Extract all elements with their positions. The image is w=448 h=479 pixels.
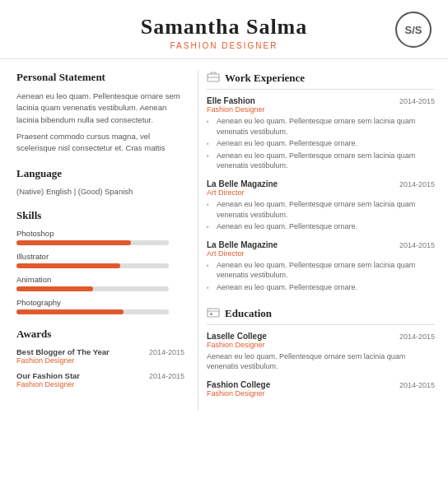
skill-illustrator: Illustrator (16, 252, 184, 268)
work-bullet-0-1: Aenean eu leo quam. Pellentesque ornare. (207, 138, 435, 149)
work-bullet-0-0: Aenean eu leo quam. Pellentesque ornare … (207, 116, 435, 137)
award-item-0: Best Blogger of The Year 2014-2015 Fashi… (16, 347, 184, 365)
edu-item-1: Fashion College 2014-2015 Fashion Design… (207, 380, 435, 398)
awards-title: Awards (16, 328, 184, 341)
skill-bar-bg-photoshop (16, 240, 169, 245)
award-row-1: Our Fashion Star 2014-2015 (16, 371, 184, 380)
skills-title: Skills (16, 209, 184, 222)
svg-rect-4 (210, 313, 212, 315)
personal-text-1: Aenean eu leo quam. Pellentesque ornare … (16, 91, 184, 126)
work-role-1: Art Director (207, 188, 435, 197)
edu-header-0: Laselle College 2014-2015 (207, 332, 435, 341)
edu-header-1: Fashion College 2014-2015 (207, 380, 435, 389)
work-bullets-1: Aenean eu leo quam. Pellentesque ornare … (207, 199, 435, 232)
skill-label-photography: Photography (16, 298, 184, 307)
education-section: Education Laselle College 2014-2015 Fash… (207, 306, 435, 398)
skill-bar-fill-illustrator (16, 263, 120, 268)
work-role-2: Art Director (207, 249, 435, 258)
right-column: Work Experience Elle Fashion 2014-2015 F… (198, 71, 448, 411)
personal-statement-title: Personal Statement (16, 71, 184, 84)
work-experience-section: Work Experience Elle Fashion 2014-2015 F… (207, 71, 435, 293)
candidate-title: FASHION DESIGNER (16, 41, 432, 50)
work-company-0: Elle Fashion (207, 96, 255, 105)
candidate-name: Samantha Salma (16, 15, 432, 40)
work-experience-title: Work Experience (225, 72, 305, 85)
award-item-1: Our Fashion Star 2014-2015 Fashion Desig… (16, 371, 184, 388)
header: Samantha Salma FASHION DESIGNER S/S (0, 0, 448, 59)
edu-years-1: 2014-2015 (399, 381, 435, 389)
language-title: Language (16, 167, 184, 180)
award-name-1: Our Fashion Star (16, 371, 80, 380)
award-year-1: 2014-2015 (149, 372, 184, 380)
language-section: Language (Native) English | (Good) Spani… (16, 167, 184, 196)
education-title-row: Education (207, 306, 435, 325)
work-years-1: 2014-2015 (399, 180, 435, 188)
skill-animation: Animation (16, 275, 184, 291)
work-bullet-2-0: Aenean eu leo quam. Pellentesque ornare … (207, 260, 435, 281)
work-years-2: 2014-2015 (399, 241, 435, 249)
work-role-0: Fashion Designer (207, 105, 435, 114)
awards-section: Awards Best Blogger of The Year 2014-201… (16, 328, 184, 388)
work-company-1: La Belle Magazine (207, 179, 278, 188)
body: Personal Statement Aenean eu leo quam. P… (0, 71, 448, 419)
edu-text-0: Aenean eu leo quam. Pellentesque ornare … (207, 351, 435, 372)
skill-bar-bg-animation (16, 286, 169, 291)
skill-photoshop: Photoshop (16, 229, 184, 245)
personal-statement-section: Personal Statement Aenean eu leo quam. P… (16, 71, 184, 154)
skill-bar-bg-photography (16, 309, 169, 314)
edu-item-0: Laselle College 2014-2015 Fashion Design… (207, 332, 435, 372)
edu-school-0: Laselle College (207, 332, 267, 341)
work-item-2: La Belle Magazine 2014-2015 Art Director… (207, 240, 435, 293)
edu-degree-1: Fashion Designer (207, 389, 435, 398)
skill-label-illustrator: Illustrator (16, 252, 184, 261)
avatar: S/S (395, 12, 432, 48)
edu-years-0: 2014-2015 (399, 333, 435, 341)
skill-bar-fill-photography (16, 309, 124, 314)
skill-label-photoshop: Photoshop (16, 229, 184, 238)
work-bullets-0: Aenean eu leo quam. Pellentesque ornare … (207, 116, 435, 171)
personal-text-2: Praesent commodo cursus magna, vel scele… (16, 131, 184, 155)
award-row-0: Best Blogger of The Year 2014-2015 (16, 347, 184, 356)
work-bullet-2-1: Aenean eu leo quam. Pellentesque ornare. (207, 282, 435, 293)
work-bullet-0-2: Aenean eu leo quam. Pellentesque ornare … (207, 151, 435, 171)
skill-bar-fill-animation (16, 286, 93, 291)
award-name-0: Best Blogger of The Year (16, 347, 110, 356)
work-title-row: Work Experience (207, 71, 435, 90)
work-company-2: La Belle Magazine (207, 240, 278, 249)
language-text: (Native) English | (Good) Spanish (16, 187, 184, 196)
work-item-1: La Belle Magazine 2014-2015 Art Director… (207, 179, 435, 232)
edu-degree-0: Fashion Designer (207, 341, 435, 349)
edu-school-1: Fashion College (207, 380, 270, 389)
work-bullet-1-0: Aenean eu leo quam. Pellentesque ornare … (207, 199, 435, 220)
award-year-0: 2014-2015 (149, 348, 184, 356)
work-item-0: Elle Fashion 2014-2015 Fashion Designer … (207, 96, 435, 171)
skill-label-animation: Animation (16, 275, 184, 284)
svg-rect-2 (208, 309, 219, 317)
work-bullets-2: Aenean eu leo quam. Pellentesque ornare … (207, 260, 435, 293)
work-years-0: 2014-2015 (399, 97, 435, 105)
award-sub-1: Fashion Designer (16, 380, 184, 388)
skill-bar-bg-illustrator (16, 263, 169, 268)
education-icon (207, 306, 222, 321)
skills-section: Skills Photoshop Illustrator Animation (16, 209, 184, 314)
work-header-2: La Belle Magazine 2014-2015 (207, 240, 435, 249)
work-bullet-1-1: Aenean eu leo quam. Pellentesque ornare. (207, 221, 435, 232)
left-column: Personal Statement Aenean eu leo quam. P… (0, 71, 198, 411)
skill-photography: Photography (16, 298, 184, 314)
work-header-1: La Belle Magazine 2014-2015 (207, 179, 435, 188)
skill-bar-fill-photoshop (16, 240, 131, 245)
award-sub-0: Fashion Designer (16, 356, 184, 365)
resume-page: Samantha Salma FASHION DESIGNER S/S Pers… (0, 0, 448, 419)
briefcase-icon (207, 71, 222, 86)
work-header-0: Elle Fashion 2014-2015 (207, 96, 435, 105)
education-title: Education (225, 307, 272, 320)
